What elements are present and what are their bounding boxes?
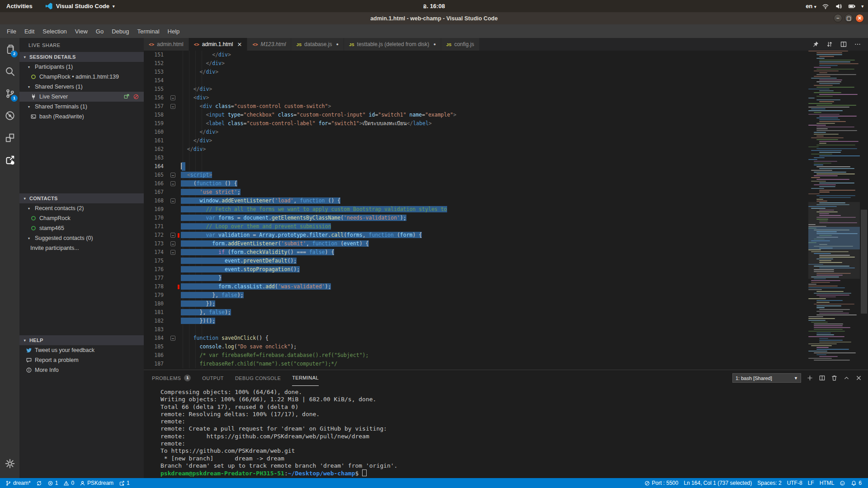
activity-live-share[interactable] — [0, 149, 19, 171]
sidebar-item[interactable]: ChampRock — [19, 213, 144, 223]
status-6[interactable]: 6 — [848, 478, 864, 488]
panel-tab-problems[interactable]: PROBLEMS1 — [152, 371, 191, 386]
code-line-175[interactable]: 175 event.preventDefault(); — [144, 257, 808, 265]
tab-dirty-icon[interactable]: ● — [434, 42, 436, 47]
status-0[interactable]: 0 — [61, 478, 77, 488]
status-lf[interactable]: LF — [805, 478, 817, 488]
sidebar-item[interactable]: stamp465 — [19, 223, 144, 233]
sync-arrows-icon[interactable] — [826, 41, 833, 48]
maximize-button[interactable]: ▢ — [844, 14, 853, 23]
tab-database.js[interactable]: JSdatabase.js● — [291, 38, 344, 51]
panel-tab-debug-console[interactable]: DEBUG CONSOLE — [235, 371, 281, 386]
battery-icon[interactable] — [848, 3, 855, 10]
activity-gear[interactable] — [0, 452, 19, 474]
tab-M123.html[interactable]: <>M123.html — [247, 38, 291, 51]
code-line-156[interactable]: 156− <div> — [144, 94, 808, 102]
split-editor-icon[interactable] — [819, 375, 826, 381]
trash-icon[interactable] — [831, 375, 838, 381]
code-line-181[interactable]: 181 }, false); — [144, 308, 808, 317]
app-menu[interactable]: Visual Studio Code ▾ — [45, 2, 115, 10]
section-header-help[interactable]: ▾HELP — [19, 335, 144, 345]
tab-close-icon[interactable]: ✕ — [237, 41, 242, 48]
terminal-output[interactable]: Compressing objects: 100% (64/64), done.… — [160, 389, 859, 478]
minimap[interactable] — [808, 51, 860, 370]
scrollbar-slider[interactable] — [861, 210, 867, 314]
code-line-186[interactable]: 186 /* var firebaseRef=firebase.database… — [144, 351, 808, 360]
code-line-153[interactable]: 153 </div> — [144, 68, 808, 76]
sidebar-item[interactable]: Report a problem — [19, 355, 144, 365]
close-button[interactable]: ✕ — [855, 14, 864, 23]
clock[interactable]: อ. 16:08 — [423, 1, 445, 11]
fold-icon[interactable]: − — [170, 173, 175, 178]
activities-button[interactable]: Activities — [6, 3, 33, 9]
status-ln-164-col-1-737-selected-[interactable]: Ln 164, Col 1 (737 selected) — [681, 478, 755, 488]
status-1[interactable]: 1 — [116, 478, 132, 488]
block-icon[interactable] — [133, 94, 139, 100]
code-line-182[interactable]: 182 })(); — [144, 317, 808, 325]
code-line-187[interactable]: 187 firebaseRef.child("name").set("compu… — [144, 360, 808, 368]
status-spaces-2[interactable]: Spaces: 2 — [755, 478, 784, 488]
code-line-168[interactable]: 168− window.addEventListener('load', fun… — [144, 197, 808, 205]
status-html[interactable]: HTML — [817, 478, 837, 488]
menu-go[interactable]: Go — [92, 28, 108, 35]
chevron-up-icon[interactable] — [843, 375, 850, 381]
code-line-158[interactable]: 158 <input type="checkbox" class="custom… — [144, 111, 808, 119]
code-line-170[interactable]: 170 var forms = document.getElementsByCl… — [144, 214, 808, 222]
open-window-icon[interactable] — [123, 94, 130, 100]
status-pskdream[interactable]: PSKdream — [77, 478, 116, 488]
code-line-167[interactable]: 167 'use strict'; — [144, 188, 808, 197]
activity-debug[interactable] — [0, 104, 19, 127]
sidebar-item[interactable]: Live Server — [19, 92, 144, 102]
code-line-178[interactable]: 178 form.classList.add('was-validated'); — [144, 282, 808, 291]
code-line-180[interactable]: 180 }); — [144, 300, 808, 308]
fold-icon[interactable]: − — [170, 250, 175, 255]
section-header-contacts[interactable]: ▾CONTACTS — [19, 193, 144, 203]
editor-scrollbar[interactable] — [860, 51, 868, 370]
menu-help[interactable]: Help — [164, 28, 184, 35]
menu-edit[interactable]: Edit — [20, 28, 38, 35]
more-icon[interactable] — [854, 41, 861, 48]
sidebar-item[interactable]: ▾Shared Servers (1) — [19, 82, 144, 92]
tab-admin.1.html[interactable]: <>admin.1.html✕ — [189, 38, 248, 51]
code-line-159[interactable]: 159 <label class="custom-control-label" … — [144, 119, 808, 128]
panel-tab-terminal[interactable]: TERMINAL — [292, 371, 319, 386]
sidebar-item[interactable]: ▾Shared Terminals (1) — [19, 102, 144, 112]
sidebar-item[interactable]: ChampRock • admin.1.html:139 — [19, 72, 144, 82]
sidebar-item[interactable]: ▾Suggested contacts (0) — [19, 233, 144, 243]
sidebar-item[interactable]: ▾Participants (1) — [19, 62, 144, 72]
code-line-184[interactable]: 184− function saveOnClick() { — [144, 334, 808, 343]
status-port-5500[interactable]: Port : 5500 — [642, 478, 681, 488]
minimize-button[interactable]: − — [834, 14, 842, 23]
code-line-157[interactable]: 157− <div class="custom-control custom-s… — [144, 102, 808, 111]
fold-icon[interactable]: − — [170, 198, 175, 203]
sidebar-item[interactable]: Tweet us your feedback — [19, 345, 144, 355]
sidebar-item[interactable]: More Info — [19, 365, 144, 375]
code-editor[interactable]: 151 </div>152 </div>153 </div>154155 </d… — [144, 51, 868, 370]
code-line-166[interactable]: 166− (function () { — [144, 179, 808, 188]
code-line-173[interactable]: 173− form.addEventListener('submit', fun… — [144, 239, 808, 248]
code-line-163[interactable]: 163 — [144, 154, 808, 162]
code-line-151[interactable]: 151 </div> — [144, 51, 808, 59]
system-menu-caret-icon[interactable]: ▾ — [861, 4, 863, 9]
volume-icon[interactable] — [835, 3, 842, 10]
activity-search[interactable] — [0, 60, 19, 82]
status-smiley[interactable] — [837, 478, 848, 488]
fold-icon[interactable]: − — [170, 181, 175, 186]
status-dream-[interactable]: dream* — [3, 478, 33, 488]
fold-icon[interactable]: − — [170, 241, 175, 246]
status-utf-8[interactable]: UTF-8 — [784, 478, 805, 488]
sidebar-item[interactable]: Invite participants... — [19, 243, 144, 253]
code-line-152[interactable]: 152 </div> — [144, 59, 808, 68]
activity-extensions[interactable] — [0, 127, 19, 149]
close-icon[interactable] — [855, 375, 862, 381]
activity-files[interactable]: 2 — [0, 38, 19, 60]
menu-file[interactable]: File — [3, 28, 20, 35]
terminal-picker[interactable]: 1: bash [Shared]▼ — [732, 373, 801, 383]
code-line-154[interactable]: 154 — [144, 76, 808, 85]
code-line-160[interactable]: 160 </div> — [144, 128, 808, 136]
section-header-session[interactable]: ▾SESSION DETAILS — [19, 52, 144, 62]
code-line-165[interactable]: 165− <script> — [144, 171, 808, 179]
activity-source-control[interactable]: 1 — [0, 82, 19, 104]
code-line-172[interactable]: 172− var validation = Array.prototype.fi… — [144, 231, 808, 239]
tab-dirty-icon[interactable]: ● — [336, 42, 338, 47]
